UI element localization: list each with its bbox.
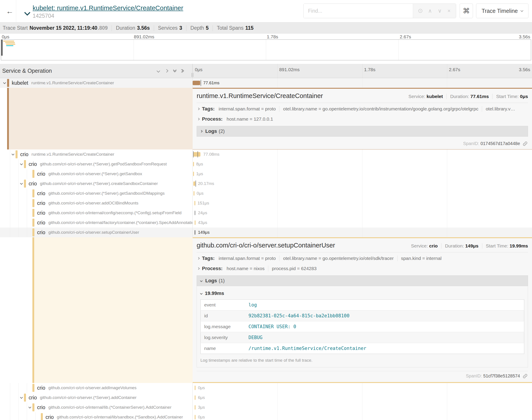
trace-view-dropdown[interactable]: Trace Timeline [476,3,529,18]
find-next-icon[interactable]: ∨ [438,8,442,14]
log-fields-table: event log id 92b82381-025c-4a64-815c-ba2… [200,299,524,354]
timeline-header: Service & Operation 0μs 891.02ms 1.78s 2… [0,64,532,78]
minimap-tick-labels: 0μs 891.02ms 1.78s 2.67s 3.56s [0,34,532,40]
trace-depth: Depth5 [190,25,209,31]
span-row-specaddannotations[interactable]: crio github.com/cri-o/cri-o/internal/fac… [0,218,532,227]
logs-accordion[interactable]: Logs(2) [197,126,528,137]
row-chevron[interactable] [27,407,32,408]
span-bar[interactable] [193,181,195,186]
span-bar[interactable] [193,172,194,176]
minimap-span-bar [6,44,15,45]
find-input[interactable] [304,4,413,18]
span-row-getsandboxidmappings[interactable]: crio github.com/cri-o/cri-o/server.(*Ser… [0,189,532,198]
span-bar[interactable] [195,415,196,419]
span-bar[interactable] [194,191,194,195]
service-operation-header: Service & Operation [2,68,52,74]
span-row-addimagevolumes[interactable]: crio github.com/cri-o/cri-o/server.addIm… [0,383,532,393]
log-entries: 19.99ms event log id 92b82381-025c-4a64-… [197,286,528,367]
chevron-right-icon [197,107,200,110]
minimap-left-handle[interactable] [1,40,3,56]
span-bar[interactable] [195,211,195,215]
span-duration: 77.61ms [203,80,219,85]
chevron-down-icon [28,405,31,408]
locate-icon[interactable] [418,9,422,13]
top-bar: ← kubelet: runtime.v1.RuntimeService/Cre… [0,0,532,22]
span-row-sandbox-addcontainer[interactable]: crio github.com/cri-o/cri-o/internal/lib… [0,412,532,420]
span-row-containerserver-addcontainer[interactable]: crio github.com/cri-o/cri-o/internal/lib… [0,403,532,412]
span-row-getsandbox[interactable]: crio github.com/cri-o/cri-o/server.(*Ser… [0,169,532,179]
span-bar[interactable] [193,152,200,157]
log-field-row: event log [201,300,524,311]
chevron-down-icon [20,182,23,185]
span-row-crio-createcontainer[interactable]: crio runtime.v1.RuntimeService/CreateCon… [0,150,532,159]
span-bar[interactable] [195,405,196,410]
span-bar[interactable] [195,395,196,400]
minimap-span-bar-teal [6,45,13,46]
timeline-tick-labels: 0μs 891.02ms 1.78s 2.67s 3.56s [193,64,532,78]
span-rows: kubelet runtime.v1.RuntimeService/Create… [0,78,532,420]
chevron-down-icon [3,81,6,84]
log-timestamps-note: Log timestamps are relative to the start… [200,358,524,363]
expand-one-icon[interactable] [165,70,168,72]
header-divider [16,0,16,22]
trace-duration: Duration3.56s [116,25,150,31]
copy-link-icon[interactable] [523,141,528,146]
span-row-createsandboxcontainer[interactable]: crio github.com/cri-o/cri-o/server.(*Ser… [0,179,532,189]
chevron-down-icon [520,9,523,12]
process-row[interactable]: Process: host.name = nixos process.pid =… [197,263,528,274]
trace-title-link[interactable]: kubelet: runtime.v1.RuntimeService/Creat… [33,4,183,12]
process-row[interactable]: Process: host.name = 127.0.0.1 [197,114,528,124]
expand-all-icon[interactable] [182,70,184,72]
span-bar[interactable] [195,230,195,235]
keyboard-shortcuts-button[interactable]: ⌘ [460,3,473,18]
logs-accordion[interactable]: Logs(1) [197,275,528,286]
minimap-span-bar [3,41,14,42]
back-button[interactable]: ← [3,5,16,17]
trace-start: Trace Start November 15 2022, 11:19:40.8… [3,25,108,31]
spanid-label: SpanID: [463,141,479,146]
span-bar[interactable] [195,220,196,225]
service-color-bar [7,79,9,87]
span-bar[interactable] [193,81,200,85]
spanid-value: 51cf7f38e5128574 [483,374,520,378]
service-name: kubelet [12,80,28,86]
span-row-kubelet-createcontainer[interactable]: kubelet runtime.v1.RuntimeService/Create… [0,78,532,88]
row-chevron[interactable] [10,154,16,155]
row-chevron[interactable] [19,183,24,184]
row-chevron[interactable] [19,164,24,165]
tags-row[interactable]: Tags: internal.span.format = proto otel.… [197,104,528,114]
chevron-right-icon [200,130,203,132]
chevron-right-icon [197,257,200,259]
span-bar[interactable] [194,201,195,205]
span-row-seccomp-setupfromfield[interactable]: crio github.com/cri-o/cri-o/internal/con… [0,208,532,218]
copy-link-icon[interactable] [523,374,528,378]
log-field-row: log.message CONTAINER USER: 0 [201,321,524,332]
row-chevron[interactable] [19,397,24,398]
tags-row[interactable]: Tags: internal.span.format = proto otel.… [197,253,528,263]
span-bar[interactable] [195,386,196,390]
collapse-one-icon[interactable] [157,70,160,72]
log-field-row: id 92b82381-025c-4a64-815c-ba2e1bb08100 [201,311,524,321]
collapse-all-icon[interactable] [173,70,176,72]
log-entry-toggle[interactable]: 19.99ms [200,290,524,296]
span-row-addocibindmounts[interactable]: crio github.com/cri-o/cri-o/server.addOC… [0,198,532,208]
chevron-down-icon [200,279,203,282]
span-row-setupcontaineruser[interactable]: crio github.com/cri-o/cri-o/server.setup… [0,227,532,237]
trace-services: Services3 [158,25,182,31]
span-bar[interactable] [193,162,194,166]
chevron-right-icon [197,267,200,270]
row-chevron[interactable] [2,82,7,84]
chevron-down-icon [12,152,15,155]
log-field-row: name /runtime.v1.RuntimeService/CreateCo… [201,343,524,354]
collapse-trace-header-button[interactable] [25,10,30,16]
chevron-down-icon [200,292,203,295]
trace-total-spans: Total Spans115 [217,25,253,31]
span-row-addcontainer[interactable]: crio github.com/cri-o/cri-o/server.(*Ser… [0,393,532,403]
detail-title: github.com/cri-o/cri-o/server.setupConta… [197,242,335,249]
find-clear-icon[interactable]: × [447,8,451,14]
find-prev-icon[interactable]: ∧ [428,8,432,14]
span-row-getpodsandboxfromrequest[interactable]: crio github.com/cri-o/cri-o/server.(*Ser… [0,159,532,169]
spanid-label: SpanID: [466,374,482,378]
minimap-canvas[interactable] [1,40,531,60]
operation-name: runtime.v1.RuntimeService/CreateContaine… [31,80,114,85]
